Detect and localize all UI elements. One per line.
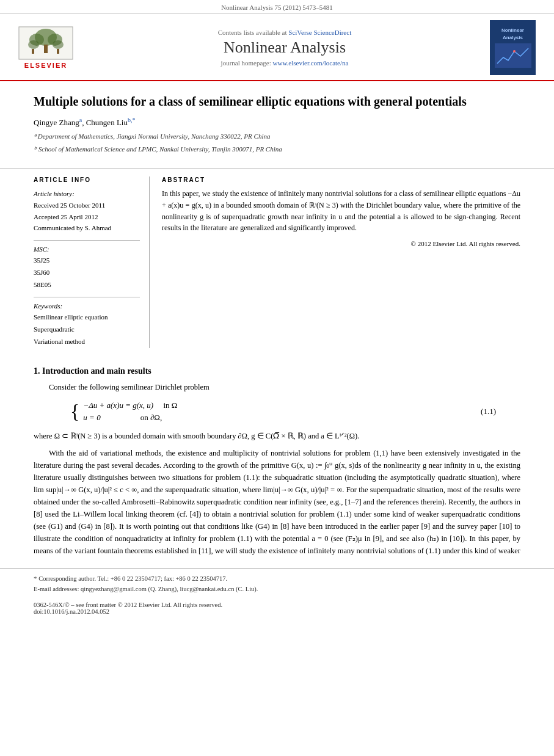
svg-rect-4 bbox=[44, 45, 48, 53]
left-brace: { bbox=[70, 402, 79, 421]
eq-line-2: u = 0 on ∂Ω, bbox=[83, 413, 177, 423]
msc-section: MSC: 35J25 35J60 58E05 bbox=[34, 245, 140, 291]
corresponding-author-note: * Corresponding author. Tel.: +86 0 22 2… bbox=[34, 573, 520, 584]
journal-title-center: Contents lists available at SciVerse Sci… bbox=[79, 29, 490, 67]
journal-reference-bar: Nonlinear Analysis 75 (2012) 5473–5481 bbox=[0, 0, 554, 14]
where-text: where Ω ⊂ ℝᵎ(N ≥ 3) is a bounded domain … bbox=[34, 430, 520, 442]
keywords-section: Keywords: Semilinear elliptic equation S… bbox=[34, 302, 140, 347]
keywords-label: Keywords: bbox=[34, 302, 140, 310]
article-history: Article history: Received 25 October 201… bbox=[34, 188, 140, 234]
doi-line: doi:10.1016/j.na.2012.04.052 bbox=[34, 608, 520, 615]
affiliation-b: ᵇ School of Mathematical Science and LPM… bbox=[34, 144, 520, 154]
article-title: Multiple solutions for a class of semili… bbox=[34, 93, 520, 109]
info-abstract-section: Article Info Article history: Received 2… bbox=[0, 169, 554, 354]
affiliation-a: ᵃ Department of Mathematics, Jiangxi Nor… bbox=[34, 131, 520, 142]
msc-label: MSC: bbox=[34, 245, 140, 253]
msc-code-1: 35J25 bbox=[34, 255, 140, 267]
msc-code-3: 58E05 bbox=[34, 279, 140, 291]
page: Nonlinear Analysis 75 (2012) 5473–5481 bbox=[0, 0, 554, 756]
journal-reference: Nonlinear Analysis 75 (2012) 5473–5481 bbox=[221, 4, 333, 11]
svg-point-10 bbox=[513, 50, 516, 53]
doi-area: 0362-546X/© – see front matter © 2012 El… bbox=[0, 599, 554, 620]
elsevier-brand-text: ELSEVIER bbox=[24, 62, 67, 69]
main-content: 1. Introduction and main results Conside… bbox=[0, 354, 554, 568]
article-title-area: Multiple solutions for a class of semili… bbox=[0, 81, 554, 162]
equation-1-1: { −Δu + a(x)u = g(x, u) in Ω u = 0 on ∂Ω… bbox=[70, 401, 496, 423]
received-date: Received 25 October 2011 bbox=[34, 200, 140, 211]
sciverse-anchor[interactable]: SciVerse ScienceDirect bbox=[288, 29, 351, 36]
article-info-heading: Article Info bbox=[34, 176, 140, 183]
email-note: E-mail addresses: qingyezhang@gmail.com … bbox=[34, 584, 520, 595]
abstract-text: In this paper, we study the existence of… bbox=[162, 188, 520, 249]
equation-lines: −Δu + a(x)u = g(x, u) in Ω u = 0 on ∂Ω, bbox=[83, 401, 177, 423]
journal-header: ELSEVIER Contents lists available at Sci… bbox=[0, 14, 554, 81]
svg-rect-8 bbox=[57, 49, 59, 54]
equation-system: { −Δu + a(x)u = g(x, u) in Ω u = 0 on ∂Ω… bbox=[70, 401, 177, 423]
copyright-notice: © 2012 Elsevier Ltd. All rights reserved… bbox=[162, 239, 520, 249]
article-info-column: Article Info Article history: Received 2… bbox=[34, 176, 150, 348]
homepage-link[interactable]: www.elsevier.com/locate/na bbox=[273, 59, 349, 67]
elsevier-logo: ELSEVIER bbox=[12, 26, 79, 69]
abstract-heading: Abstract bbox=[162, 176, 520, 183]
history-label: Article history: bbox=[34, 188, 140, 200]
msc-code-2: 35J60 bbox=[34, 267, 140, 279]
elsevier-tree-image bbox=[18, 26, 73, 60]
msc-divider bbox=[34, 297, 140, 297]
keyword-2: Superquadratic bbox=[34, 324, 140, 336]
svg-rect-7 bbox=[32, 49, 34, 54]
svg-point-5 bbox=[28, 40, 39, 49]
star-symbol: * bbox=[34, 575, 37, 582]
accepted-date: Accepted 25 April 2012 bbox=[34, 211, 140, 223]
communicated-by: Communicated by S. Ahmad bbox=[34, 222, 140, 234]
keyword-1: Semilinear elliptic equation bbox=[34, 311, 140, 324]
journal-main-title: Nonlinear Analysis bbox=[79, 38, 490, 57]
intro-text: Consider the following semilinear Dirich… bbox=[34, 381, 520, 393]
journal-homepage: journal homepage: www.elsevier.com/locat… bbox=[79, 59, 490, 67]
svg-point-6 bbox=[53, 40, 64, 49]
authors: Qingye Zhanga, Chungen Liub,* bbox=[34, 117, 520, 128]
equation-number: (1.1) bbox=[481, 407, 496, 416]
paragraph-2: With the aid of variational methods, the… bbox=[34, 447, 520, 557]
section-1-title: 1. Introduction and main results bbox=[34, 366, 520, 376]
footnote-area: * Corresponding author. Tel.: +86 0 22 2… bbox=[0, 568, 554, 600]
abstract-column: Abstract In this paper, we study the exi… bbox=[162, 176, 520, 348]
keyword-3: Variational method bbox=[34, 336, 140, 348]
journal-cover-image: Nonlinear Analysis bbox=[490, 20, 536, 75]
eq-line-1: −Δu + a(x)u = g(x, u) in Ω bbox=[83, 401, 177, 410]
info-divider bbox=[34, 240, 140, 241]
corresponding-text: Corresponding author. Tel.: +86 0 22 235… bbox=[38, 575, 227, 582]
sciverse-link: Contents lists available at SciVerse Sci… bbox=[79, 29, 490, 36]
msc-codes: 35J25 35J60 58E05 bbox=[34, 255, 140, 291]
keywords-list: Semilinear elliptic equation Superquadra… bbox=[34, 311, 140, 347]
copyright-line: 0362-546X/© – see front matter © 2012 El… bbox=[34, 602, 520, 608]
